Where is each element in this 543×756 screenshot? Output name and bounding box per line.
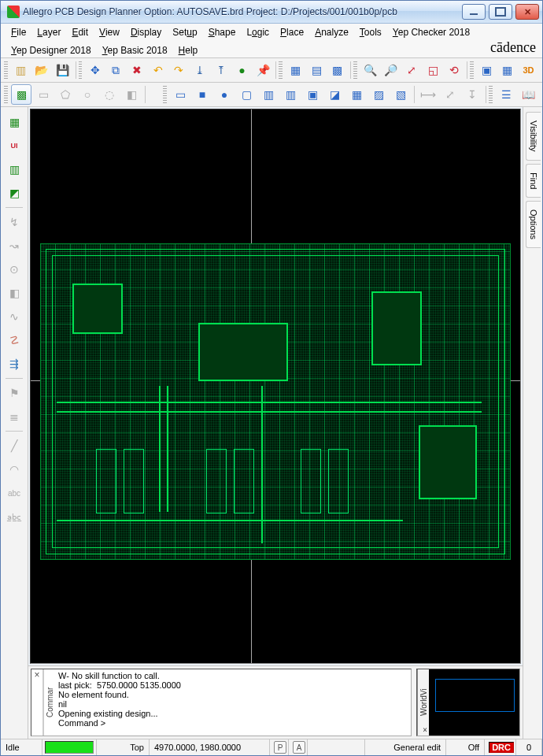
lt-report-icon[interactable]: ≣ — [3, 406, 25, 428]
menu-edit[interactable]: Edit — [72, 27, 88, 38]
lt-custom-icon[interactable]: ◧ — [3, 282, 25, 304]
worldview-mini[interactable] — [429, 669, 519, 736]
command-console[interactable]: × Commar W- No skill function to call. l… — [31, 669, 412, 736]
close-button[interactable] — [515, 4, 539, 20]
titlebar[interactable]: Allegro PCB Design Planner Option: AUTOS… — [1, 1, 542, 24]
layers-button[interactable]: ☰ — [496, 84, 516, 105]
design-canvas[interactable] — [30, 109, 521, 664]
view-b-button[interactable]: ▦ — [497, 60, 517, 80]
down-priority-button[interactable]: ⤓ — [190, 60, 210, 80]
toolbar-grip[interactable] — [4, 61, 8, 79]
status-a-button[interactable]: A — [289, 739, 308, 755]
shape-poly-button[interactable]: ⬠ — [55, 84, 76, 105]
grid-b-button[interactable]: ▤ — [307, 60, 327, 80]
up-priority-button[interactable]: ⤒ — [211, 60, 231, 80]
lt-drc-icon[interactable]: ⚑ — [3, 382, 25, 404]
save-file-button[interactable]: 💾 — [53, 60, 72, 80]
new-file-button[interactable]: ▥ — [11, 60, 31, 80]
shape-circle-button[interactable]: ○ — [77, 84, 98, 105]
shape-rect-button[interactable]: ▭ — [33, 84, 54, 105]
shape-void-button[interactable]: ◌ — [99, 84, 120, 105]
status-layer[interactable]: Top — [97, 739, 150, 755]
lt-route-icon[interactable]: ↯ — [3, 211, 25, 233]
zoom-out-button[interactable]: 🔎 — [381, 60, 401, 80]
sel-group-b-button[interactable]: ▥ — [280, 84, 301, 105]
lt-shape-mode-icon[interactable]: ◩ — [3, 182, 25, 204]
shape-trim-button[interactable]: ◧ — [121, 84, 142, 105]
lt-line-icon[interactable]: ╱ — [3, 435, 25, 457]
lt-via-icon[interactable]: ⊙ — [3, 258, 25, 280]
tab-options[interactable]: Options — [526, 201, 541, 248]
view-3d-button[interactable]: 3D — [519, 60, 538, 80]
copy-button[interactable]: ⧉ — [106, 60, 126, 80]
maximize-button[interactable] — [489, 4, 512, 20]
view-a-button[interactable]: ▣ — [477, 60, 497, 80]
delete-button[interactable]: ✖ — [127, 60, 147, 80]
move-button[interactable]: ✥ — [85, 60, 105, 80]
toolbar-grip[interactable] — [470, 61, 474, 79]
worldview-close-icon[interactable]: × — [423, 725, 427, 734]
lt-place-mode-icon[interactable]: ▥ — [3, 158, 25, 180]
toolbar-grip[interactable] — [163, 86, 167, 103]
toolbar-grip[interactable] — [4, 86, 8, 103]
sel-group-a-button[interactable]: ▥ — [258, 84, 279, 105]
menu-setup[interactable]: Setup — [172, 27, 197, 38]
minimize-button[interactable] — [462, 4, 486, 20]
open-file-button[interactable]: 📂 — [31, 60, 51, 80]
toolbar-grip[interactable] — [79, 61, 83, 79]
lt-generic-mode-icon[interactable]: ▦ — [3, 111, 25, 133]
sel-hatch-button[interactable]: ▧ — [390, 84, 411, 105]
undo-button[interactable]: ↶ — [148, 60, 168, 80]
lt-fanout-icon[interactable]: ☡ — [3, 329, 25, 351]
menu-help[interactable]: Help — [179, 45, 198, 56]
console-close-icon[interactable]: × — [31, 669, 43, 736]
shape-filled-rect-button[interactable]: ▩ — [11, 84, 31, 105]
menu-tools[interactable]: Tools — [360, 27, 382, 38]
grid-c-button[interactable]: ▩ — [327, 60, 347, 80]
sel-circle-button[interactable]: ● — [214, 84, 235, 105]
drc-marker-button[interactable]: ● — [232, 60, 252, 80]
sel-filled-button[interactable]: ■ — [192, 84, 212, 105]
sel-fill-button[interactable]: ▨ — [368, 84, 389, 105]
report-button[interactable]: 📖 — [518, 84, 538, 105]
zoom-fit-button[interactable]: ⤢ — [402, 60, 422, 80]
redo-button[interactable]: ↷ — [169, 60, 189, 80]
status-coords[interactable]: 4970.0000, 1980.0000 — [150, 739, 270, 755]
zoom-in-button[interactable]: 🔍 — [360, 60, 380, 80]
toolbar-grip[interactable] — [489, 86, 493, 103]
dim-h-button[interactable]: ⟼ — [418, 84, 438, 105]
lt-etch-mode-icon[interactable]: UI — [3, 135, 25, 157]
zoom-prev-button[interactable]: ⟲ — [444, 60, 464, 80]
sel-rect-button[interactable]: ▭ — [170, 84, 190, 105]
menu-place[interactable]: Place — [280, 27, 304, 38]
lt-text-a-icon[interactable]: abc — [3, 482, 25, 504]
menu-layer[interactable]: Layer — [37, 27, 61, 38]
lt-delay-icon[interactable]: ∿ — [3, 306, 25, 328]
menu-yep-checker[interactable]: Yep Checker 2018 — [393, 27, 470, 38]
lt-slide-icon[interactable]: ↝ — [3, 235, 25, 257]
dim-v-button[interactable]: ↧ — [462, 84, 482, 105]
menu-yep-basic[interactable]: Yep Basic 2018 — [102, 45, 168, 56]
tab-visibility[interactable]: Visibility — [526, 112, 541, 161]
menu-yep-designer[interactable]: Yep Designer 2018 — [11, 45, 91, 56]
sel-intersect-button[interactable]: ▦ — [346, 84, 367, 105]
pin-button[interactable]: 📌 — [253, 60, 273, 80]
sel-arrow-button[interactable]: ▢ — [236, 84, 257, 105]
lt-arc-icon[interactable]: ◠ — [3, 458, 25, 480]
dim-d-button[interactable]: ⤢ — [440, 84, 460, 105]
menu-logic[interactable]: Logic — [246, 27, 269, 38]
toolbar-grip[interactable] — [353, 61, 357, 79]
zoom-window-button[interactable]: ◱ — [423, 60, 443, 80]
status-drc[interactable]: DRC — [485, 739, 516, 755]
tab-find[interactable]: Find — [526, 164, 541, 198]
status-p-button[interactable]: P — [270, 739, 289, 755]
menu-view[interactable]: View — [99, 27, 120, 38]
grid-a-button[interactable]: ▦ — [286, 60, 305, 80]
lt-spread-icon[interactable]: ⇶ — [3, 353, 25, 375]
toolbar-grip[interactable] — [279, 61, 283, 79]
menu-file[interactable]: File — [11, 27, 26, 38]
menu-analyze[interactable]: Analyze — [315, 27, 349, 38]
sel-union-button[interactable]: ▣ — [302, 84, 323, 105]
lt-text-b-icon[interactable]: a̲b̲c̲ — [3, 506, 25, 528]
world-view[interactable]: × WorldVi — [416, 669, 520, 736]
